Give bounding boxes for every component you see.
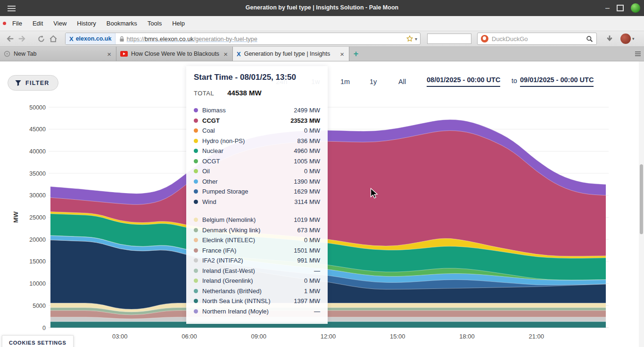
profile-button[interactable] — [620, 34, 631, 44]
downloads-button[interactable] — [603, 33, 616, 45]
tab-new-tab[interactable]: New Tab — [0, 47, 116, 61]
legend-value: 1019 MW — [294, 216, 320, 223]
url-bar[interactable]: elexon.co.uk https://bmrs.elexon.co.uk/g… — [65, 33, 421, 45]
minimize-button[interactable] — [605, 6, 610, 10]
legend-value: 1629 MW — [294, 188, 320, 195]
x-axis-tick-label: 12:00 — [321, 333, 336, 340]
menu-tools[interactable]: Tools — [142, 20, 167, 27]
legend-color-dot — [194, 218, 198, 222]
back-arrow-icon — [6, 34, 14, 43]
legend-value: 0 MW — [304, 237, 320, 244]
elexon-favicon-icon — [69, 36, 74, 42]
url-input[interactable]: https://bmrs.elexon.co.uk/generation-by-… — [126, 35, 405, 42]
search-magnifier-icon[interactable] — [586, 35, 593, 42]
navigation-toolbar: elexon.co.uk https://bmrs.elexon.co.uk/g… — [0, 31, 644, 47]
reload-button[interactable] — [35, 33, 47, 45]
legend-color-dot — [194, 149, 198, 153]
home-button[interactable] — [47, 33, 59, 45]
secondary-input[interactable] — [427, 34, 471, 44]
tooltip-row-denmark-viking-link: Denmark (Viking link)673 MW — [194, 225, 320, 236]
duckduckgo-icon[interactable] — [481, 35, 488, 42]
legend-label: OCGT — [202, 158, 294, 165]
menu-edit[interactable]: Edit — [27, 20, 48, 27]
legend-value: — — [314, 308, 320, 315]
legend-label: Wind — [202, 198, 294, 205]
tooltip-row-netherlands-britned: Netherlands (BritNed)1 MW — [194, 286, 320, 296]
legend-color-dot — [194, 159, 198, 163]
y-axis-tick-label: 50000 — [29, 104, 46, 111]
stacked-areas — [50, 119, 606, 328]
x-axis-tick-label: 15:00 — [390, 333, 405, 340]
menu-view[interactable]: View — [48, 20, 72, 27]
filter-button[interactable]: FILTER — [8, 75, 58, 91]
date-from-picker[interactable]: 08/01/2025 - 00:00 UTC — [427, 76, 500, 87]
title-bar: Generation by fuel type | Insights Solut… — [0, 0, 644, 16]
tooltip-row-ifa2-intifa2: IFA2 (INTIFA2)991 MW — [194, 255, 320, 266]
legend-value: 1 MW — [304, 288, 320, 295]
date-to-picker[interactable]: 09/01/2025 - 00:00 UTC — [520, 76, 594, 87]
menu-history[interactable]: History — [72, 20, 101, 27]
new-tab-button[interactable] — [349, 47, 363, 61]
legend-color-dot — [194, 279, 198, 283]
range-all-button[interactable]: All — [398, 78, 406, 85]
menu-help[interactable]: Help — [167, 20, 190, 27]
tooltip-interconnector-group: Belgium (Nemolink)1019 MWDenmark (Viking… — [194, 215, 320, 316]
legend-color-dot — [194, 139, 198, 143]
profile-dropdown-icon[interactable] — [632, 36, 635, 41]
legend-label: Nuclear — [202, 147, 294, 154]
legend-label: Hydro (non-PS) — [202, 137, 297, 144]
legend-value: 3114 MW — [294, 198, 320, 205]
tooltip-row-oil: Oil0 MW — [194, 166, 320, 177]
site-identity-chip[interactable]: elexon.co.uk — [66, 33, 116, 44]
menu-bookmarks[interactable]: Bookmarks — [101, 20, 142, 27]
legend-value: 673 MW — [297, 227, 320, 234]
legend-value: 0 MW — [304, 277, 320, 284]
range-1y-button[interactable]: 1y — [370, 78, 377, 85]
legend-value: — — [314, 267, 320, 274]
menu-file[interactable]: File — [7, 20, 27, 27]
maximize-button[interactable] — [617, 5, 624, 11]
legend-label: IFA2 (INTIFA2) — [202, 257, 297, 264]
tab-generation-by-fuel-type[interactable]: Generation by fuel type | Insights — [233, 47, 349, 61]
scrollbar-thumb[interactable] — [640, 164, 643, 234]
bookmark-star-icon[interactable] — [406, 35, 413, 42]
url-path: /generation-by-fuel-type — [194, 35, 257, 42]
legend-value: 1501 MW — [294, 247, 320, 254]
x-axis-tick-label: 09:00 — [251, 333, 266, 340]
x-axis-tick-label: 06:00 — [182, 333, 197, 340]
tab-close-icon[interactable] — [223, 51, 229, 58]
new-tab-favicon-icon — [4, 51, 10, 57]
vertical-scrollbar[interactable] — [639, 61, 644, 347]
back-button[interactable] — [4, 33, 16, 45]
cookies-settings-button[interactable]: COOKIES SETTINGS — [2, 335, 74, 347]
search-bar[interactable]: DuckDuckGo — [477, 33, 597, 45]
tab-close-icon[interactable] — [339, 51, 345, 58]
forward-button[interactable] — [16, 33, 28, 45]
home-icon — [49, 34, 58, 43]
x-axis-tick-label: 18:00 — [459, 333, 475, 340]
close-button[interactable] — [631, 3, 640, 13]
tab-close-icon[interactable] — [106, 51, 112, 58]
download-arrow-icon — [605, 34, 614, 43]
recording-dot-icon — [3, 22, 6, 25]
y-axis-tick-label: 0 — [42, 325, 46, 331]
tab-list-icon — [635, 51, 641, 57]
legend-label: Denmark (Viking link) — [202, 227, 297, 234]
legend-label: North Sea Link (INTNSL) — [202, 297, 294, 305]
lock-icon — [119, 36, 124, 42]
tab-list-button[interactable] — [632, 47, 644, 61]
legend-label: Ireland (East-West) — [202, 267, 314, 274]
url-domain: bmrs.elexon.co.uk — [145, 35, 194, 42]
url-dropdown-icon[interactable] — [415, 36, 417, 42]
tooltip-group-gap — [194, 207, 320, 215]
mouse-cursor — [370, 188, 379, 201]
tooltip-row-nuclear: Nuclear4960 MW — [194, 146, 320, 156]
legend-label: CCGT — [202, 117, 290, 124]
x-axis-tick-label: 03:00 — [112, 333, 128, 340]
tooltip-row-ireland-east-west: Ireland (East-West)— — [194, 266, 320, 276]
range-1m-button[interactable]: 1m — [340, 78, 350, 85]
legend-label: Belgium (Nemolink) — [202, 216, 294, 223]
youtube-favicon-icon — [120, 51, 128, 57]
tab-youtube-video[interactable]: How Close Were We to Blackouts — [116, 47, 233, 61]
y-axis-title: MW — [12, 212, 19, 223]
